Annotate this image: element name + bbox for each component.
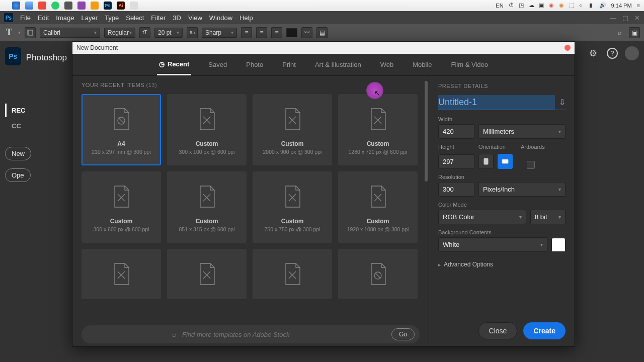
font-size-dropdown[interactable]: 20 pt▾ xyxy=(154,28,183,38)
resolution-input[interactable] xyxy=(438,182,474,197)
artboards-checkbox[interactable] xyxy=(527,161,535,169)
preset-card[interactable]: Custom1280 x 720 px @ 600 ppi xyxy=(338,94,418,165)
dialog-titlebar[interactable]: New Document xyxy=(72,42,575,54)
tab-print[interactable]: Print xyxy=(280,55,298,74)
orientation-toggle[interactable] xyxy=(25,27,36,38)
tray-icon[interactable]: ◉ xyxy=(549,2,556,9)
save-preset-icon[interactable]: ⇩ xyxy=(555,98,566,107)
align-left-button[interactable]: ≡ xyxy=(241,27,252,38)
sidebar-recent[interactable]: REC xyxy=(5,104,67,117)
app-icon[interactable] xyxy=(51,2,59,10)
scrollbar[interactable] xyxy=(425,81,428,320)
app-icon[interactable] xyxy=(130,2,138,10)
type-tool-icon[interactable]: T xyxy=(4,28,14,38)
colormode-dropdown[interactable]: RGB Color▾ xyxy=(438,210,526,224)
align-right-button[interactable]: ≡ xyxy=(271,27,282,38)
tray-icon[interactable]: ⬚ xyxy=(569,2,576,9)
create-button[interactable]: Create xyxy=(523,322,566,339)
preset-card[interactable]: Custom851 x 315 px @ 600 ppi xyxy=(167,171,247,243)
open-button[interactable]: Ope xyxy=(5,168,31,182)
font-weight-dropdown[interactable]: Regular▾ xyxy=(104,28,135,38)
stock-search-input[interactable] xyxy=(102,331,386,338)
menu-type[interactable]: Type xyxy=(105,14,119,22)
safari-icon[interactable] xyxy=(25,2,33,10)
preset-card[interactable]: Custom300 x 100 px @ 600 ppi xyxy=(167,94,247,165)
menu-window[interactable]: Window xyxy=(209,14,232,22)
width-unit-dropdown[interactable]: Millimeters▾ xyxy=(478,124,566,139)
close-button[interactable]: ✕ xyxy=(634,14,640,22)
orientation-portrait-button[interactable] xyxy=(478,154,494,169)
tray-icon[interactable]: ◉ xyxy=(559,2,566,9)
app-icon[interactable] xyxy=(64,2,72,10)
photoshop-icon[interactable]: Ps xyxy=(104,2,112,10)
tab-saved[interactable]: Saved xyxy=(206,55,229,74)
menu-icon[interactable]: ≡ xyxy=(637,3,640,9)
preset-card[interactable]: Custom1920 x 1080 px @ 300 ppi xyxy=(338,171,418,243)
tab-film[interactable]: Film & Video xyxy=(449,55,490,74)
document-name-input[interactable] xyxy=(438,95,555,110)
preset-card[interactable] xyxy=(253,249,332,299)
volume-icon[interactable]: 🔊 xyxy=(599,2,606,9)
menu-help[interactable]: Help xyxy=(239,14,253,22)
app-icon[interactable] xyxy=(77,2,86,10)
close-button[interactable]: Close xyxy=(478,322,518,339)
go-button[interactable]: Go xyxy=(391,328,415,340)
tray-icon[interactable]: ☁ xyxy=(529,2,536,9)
resolution-unit-dropdown[interactable]: Pixels/Inch▾ xyxy=(478,182,566,197)
workspace-button[interactable]: ▣ xyxy=(629,27,640,38)
menu-edit[interactable]: Edit xyxy=(38,14,49,22)
minimize-button[interactable]: — xyxy=(610,14,616,22)
app-icon[interactable] xyxy=(38,2,46,10)
menu-filter[interactable]: Filter xyxy=(151,14,166,22)
preset-card[interactable] xyxy=(338,249,418,299)
panels-button[interactable]: ▤ xyxy=(316,27,328,38)
menu-file[interactable]: File xyxy=(20,14,31,22)
tab-recent[interactable]: ◷Recent xyxy=(157,54,191,75)
illustrator-icon[interactable]: Ai xyxy=(117,2,125,10)
tab-web[interactable]: Web xyxy=(378,55,396,74)
new-button[interactable]: New xyxy=(5,147,31,160)
warp-text-button[interactable]: 〰 xyxy=(301,27,312,38)
menu-layer[interactable]: Layer xyxy=(82,14,98,22)
wifi-icon[interactable]: ⟐ xyxy=(579,2,586,9)
gear-icon[interactable]: ⚙ xyxy=(587,47,600,60)
preset-card[interactable]: Custom2000 x 900 px @ 300 ppi xyxy=(253,94,332,165)
tool-chevron-icon[interactable]: ▾ xyxy=(18,30,21,35)
tray-icon[interactable]: ▣ xyxy=(539,2,546,9)
app-icon[interactable] xyxy=(91,2,99,10)
menu-image[interactable]: Image xyxy=(56,14,74,22)
bg-color-swatch[interactable] xyxy=(551,238,566,252)
help-icon[interactable]: ? xyxy=(607,48,618,59)
tray-icon[interactable]: ⏱ xyxy=(509,2,516,9)
preset-card[interactable] xyxy=(82,249,161,299)
tab-art[interactable]: Art & Illustration xyxy=(313,55,363,74)
orientation-landscape-button[interactable] xyxy=(498,154,513,169)
preset-card[interactable]: Custom300 x 600 px @ 600 ppi xyxy=(82,171,161,243)
preset-card[interactable]: Custom750 x 750 px @ 300 ppi xyxy=(253,171,332,243)
preset-card[interactable] xyxy=(167,249,247,299)
text-color-swatch[interactable] xyxy=(286,28,297,37)
avatar[interactable] xyxy=(625,46,639,60)
advanced-options-toggle[interactable]: ▸Advanced Options xyxy=(438,261,566,268)
width-input[interactable] xyxy=(438,124,474,139)
sidebar-ccfiles[interactable]: CC xyxy=(5,119,67,133)
maximize-button[interactable]: ▢ xyxy=(622,14,628,22)
align-center-button[interactable]: ≡ xyxy=(256,27,267,38)
finder-icon[interactable] xyxy=(12,2,20,10)
tray-icon[interactable]: ◳ xyxy=(519,2,526,9)
tab-photo[interactable]: Photo xyxy=(244,55,265,74)
font-family-dropdown[interactable]: Calibri▾ xyxy=(40,28,100,38)
clock[interactable]: 9:14 PM xyxy=(611,3,632,9)
height-input[interactable] xyxy=(438,154,474,169)
menu-3d[interactable]: 3D xyxy=(173,14,181,22)
menu-select[interactable]: Select xyxy=(126,14,144,22)
preset-card[interactable]: A4210 x 297 mm @ 300 ppi xyxy=(82,94,161,165)
antialias-dropdown[interactable]: Sharp▾ xyxy=(202,28,237,38)
bitdepth-dropdown[interactable]: 8 bit▾ xyxy=(530,210,566,224)
menu-view[interactable]: View xyxy=(188,14,202,22)
close-dot-icon[interactable] xyxy=(565,45,571,51)
bg-dropdown[interactable]: White▾ xyxy=(438,237,547,252)
search-icon[interactable]: ⌕ xyxy=(614,27,625,38)
tab-mobile[interactable]: Mobile xyxy=(411,55,434,74)
battery-icon[interactable]: ▮ xyxy=(589,2,596,9)
